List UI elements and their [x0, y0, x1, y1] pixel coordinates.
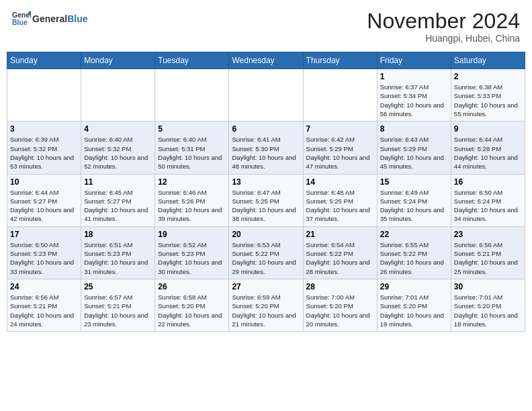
- day-info: Sunrise: 6:50 AM Sunset: 5:24 PM Dayligh…: [454, 188, 522, 224]
- day-cell: [81, 69, 155, 122]
- day-cell: [303, 69, 377, 122]
- title-block: November 2024 Huangpi, Hubei, China: [367, 9, 520, 44]
- day-cell: 11Sunrise: 6:45 AM Sunset: 5:27 PM Dayli…: [81, 174, 155, 226]
- day-number: 21: [306, 230, 374, 239]
- header-sunday: Sunday: [7, 52, 81, 69]
- day-number: 25: [84, 282, 152, 291]
- day-info: Sunrise: 6:49 AM Sunset: 5:24 PM Dayligh…: [380, 188, 448, 224]
- month-title: November 2024: [367, 9, 520, 33]
- day-info: Sunrise: 6:43 AM Sunset: 5:29 PM Dayligh…: [380, 135, 448, 171]
- week-row-3: 10Sunrise: 6:44 AM Sunset: 5:27 PM Dayli…: [7, 174, 525, 226]
- day-info: Sunrise: 6:56 AM Sunset: 5:21 PM Dayligh…: [10, 293, 78, 328]
- calendar-table: SundayMondayTuesdayWednesdayThursdayFrid…: [7, 52, 525, 332]
- day-number: 15: [380, 177, 448, 187]
- logo-general: General: [32, 13, 67, 24]
- day-number: 20: [232, 230, 300, 239]
- day-cell: 29Sunrise: 7:01 AM Sunset: 5:20 PM Dayli…: [377, 279, 451, 331]
- day-cell: 16Sunrise: 6:50 AM Sunset: 5:24 PM Dayli…: [451, 174, 525, 226]
- day-number: 11: [84, 177, 152, 187]
- day-number: 28: [306, 282, 374, 291]
- day-number: 27: [232, 282, 300, 291]
- day-number: 14: [306, 177, 374, 187]
- day-cell: 5Sunrise: 6:40 AM Sunset: 5:31 PM Daylig…: [155, 122, 229, 174]
- day-number: 23: [454, 230, 522, 239]
- day-cell: 7Sunrise: 6:42 AM Sunset: 5:29 PM Daylig…: [303, 122, 377, 174]
- header-row: SundayMondayTuesdayWednesdayThursdayFrid…: [7, 52, 525, 69]
- week-row-2: 3Sunrise: 6:39 AM Sunset: 5:32 PM Daylig…: [7, 122, 525, 174]
- day-cell: 28Sunrise: 7:00 AM Sunset: 5:20 PM Dayli…: [303, 279, 377, 331]
- day-info: Sunrise: 6:54 AM Sunset: 5:22 PM Dayligh…: [306, 240, 374, 276]
- logo-icon: General Blue: [12, 9, 31, 28]
- day-info: Sunrise: 6:55 AM Sunset: 5:22 PM Dayligh…: [380, 240, 448, 276]
- day-number: 19: [158, 230, 226, 239]
- day-cell: 18Sunrise: 6:51 AM Sunset: 5:23 PM Dayli…: [81, 226, 155, 279]
- day-cell: 13Sunrise: 6:47 AM Sunset: 5:25 PM Dayli…: [229, 174, 303, 226]
- day-cell: 20Sunrise: 6:53 AM Sunset: 5:22 PM Dayli…: [229, 226, 303, 279]
- day-cell: 19Sunrise: 6:52 AM Sunset: 5:23 PM Dayli…: [155, 226, 229, 279]
- day-info: Sunrise: 6:44 AM Sunset: 5:27 PM Dayligh…: [10, 188, 78, 224]
- day-number: 29: [380, 282, 448, 291]
- day-cell: [229, 69, 303, 122]
- day-info: Sunrise: 6:44 AM Sunset: 5:28 PM Dayligh…: [454, 135, 522, 171]
- day-info: Sunrise: 7:01 AM Sunset: 5:20 PM Dayligh…: [454, 293, 522, 328]
- day-cell: 1Sunrise: 6:37 AM Sunset: 5:34 PM Daylig…: [377, 69, 451, 122]
- day-cell: 8Sunrise: 6:43 AM Sunset: 5:29 PM Daylig…: [377, 122, 451, 174]
- day-info: Sunrise: 6:47 AM Sunset: 5:25 PM Dayligh…: [232, 188, 300, 224]
- header-friday: Friday: [377, 52, 451, 69]
- day-cell: 6Sunrise: 6:41 AM Sunset: 5:30 PM Daylig…: [229, 122, 303, 174]
- day-number: 8: [380, 124, 448, 134]
- header-tuesday: Tuesday: [155, 52, 229, 69]
- day-number: 26: [158, 282, 226, 291]
- day-cell: 2Sunrise: 6:38 AM Sunset: 5:33 PM Daylig…: [451, 69, 525, 122]
- day-number: 7: [306, 124, 374, 134]
- week-row-1: 1Sunrise: 6:37 AM Sunset: 5:34 PM Daylig…: [7, 69, 525, 122]
- location-subtitle: Huangpi, Hubei, China: [367, 33, 520, 44]
- day-cell: 23Sunrise: 6:56 AM Sunset: 5:21 PM Dayli…: [451, 226, 525, 279]
- day-info: Sunrise: 6:50 AM Sunset: 5:23 PM Dayligh…: [10, 240, 78, 276]
- day-info: Sunrise: 7:01 AM Sunset: 5:20 PM Dayligh…: [380, 293, 448, 328]
- day-number: 9: [454, 124, 522, 134]
- logo: General Blue GeneralBlue: [12, 9, 87, 28]
- day-number: 4: [84, 124, 152, 134]
- day-number: 16: [454, 177, 522, 187]
- day-info: Sunrise: 6:46 AM Sunset: 5:26 PM Dayligh…: [158, 188, 226, 224]
- day-info: Sunrise: 6:48 AM Sunset: 5:25 PM Dayligh…: [306, 188, 374, 224]
- day-info: Sunrise: 6:56 AM Sunset: 5:21 PM Dayligh…: [454, 240, 522, 276]
- day-cell: 14Sunrise: 6:48 AM Sunset: 5:25 PM Dayli…: [303, 174, 377, 226]
- day-info: Sunrise: 6:42 AM Sunset: 5:29 PM Dayligh…: [306, 135, 374, 171]
- logo-blue: Blue: [67, 13, 87, 24]
- day-cell: 12Sunrise: 6:46 AM Sunset: 5:26 PM Dayli…: [155, 174, 229, 226]
- page-header: General Blue GeneralBlue November 2024 H…: [7, 7, 525, 46]
- day-number: 10: [10, 177, 78, 187]
- day-cell: 26Sunrise: 6:58 AM Sunset: 5:20 PM Dayli…: [155, 279, 229, 331]
- day-cell: 4Sunrise: 6:40 AM Sunset: 5:32 PM Daylig…: [81, 122, 155, 174]
- day-cell: [7, 69, 81, 122]
- day-info: Sunrise: 7:00 AM Sunset: 5:20 PM Dayligh…: [306, 293, 374, 328]
- day-cell: 3Sunrise: 6:39 AM Sunset: 5:32 PM Daylig…: [7, 122, 81, 174]
- day-cell: [155, 69, 229, 122]
- day-cell: 22Sunrise: 6:55 AM Sunset: 5:22 PM Dayli…: [377, 226, 451, 279]
- day-info: Sunrise: 6:38 AM Sunset: 5:33 PM Dayligh…: [454, 83, 522, 118]
- week-row-5: 24Sunrise: 6:56 AM Sunset: 5:21 PM Dayli…: [7, 279, 525, 331]
- day-cell: 27Sunrise: 6:59 AM Sunset: 5:20 PM Dayli…: [229, 279, 303, 331]
- day-number: 22: [380, 230, 448, 239]
- day-info: Sunrise: 6:57 AM Sunset: 5:21 PM Dayligh…: [84, 293, 152, 328]
- header-wednesday: Wednesday: [229, 52, 303, 69]
- day-info: Sunrise: 6:58 AM Sunset: 5:20 PM Dayligh…: [158, 293, 226, 328]
- day-number: 24: [10, 282, 78, 291]
- day-info: Sunrise: 6:52 AM Sunset: 5:23 PM Dayligh…: [158, 240, 226, 276]
- day-number: 1: [380, 72, 448, 81]
- svg-text:Blue: Blue: [12, 18, 28, 26]
- day-number: 3: [10, 124, 78, 134]
- day-cell: 17Sunrise: 6:50 AM Sunset: 5:23 PM Dayli…: [7, 226, 81, 279]
- week-row-4: 17Sunrise: 6:50 AM Sunset: 5:23 PM Dayli…: [7, 226, 525, 279]
- day-number: 17: [10, 230, 78, 239]
- day-info: Sunrise: 6:40 AM Sunset: 5:32 PM Dayligh…: [84, 135, 152, 171]
- day-number: 13: [232, 177, 300, 187]
- day-cell: 30Sunrise: 7:01 AM Sunset: 5:20 PM Dayli…: [451, 279, 525, 331]
- day-info: Sunrise: 6:39 AM Sunset: 5:32 PM Dayligh…: [10, 135, 78, 171]
- day-number: 2: [454, 72, 522, 81]
- logo-text-block: GeneralBlue: [32, 13, 87, 25]
- day-info: Sunrise: 6:53 AM Sunset: 5:22 PM Dayligh…: [232, 240, 300, 276]
- day-cell: 10Sunrise: 6:44 AM Sunset: 5:27 PM Dayli…: [7, 174, 81, 226]
